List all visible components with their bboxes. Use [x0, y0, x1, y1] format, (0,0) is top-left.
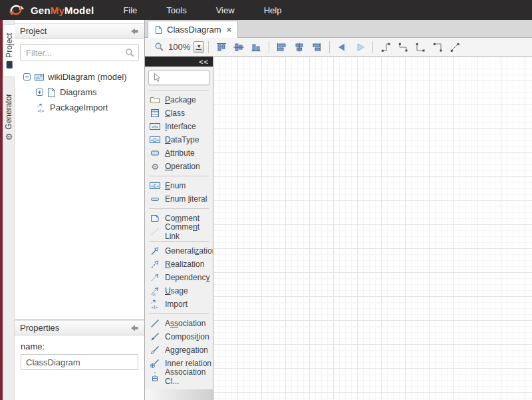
- palette-item-usage[interactable]: ‹u› Usage: [145, 284, 213, 298]
- menu-help[interactable]: Help: [249, 5, 297, 15]
- package-icon: [150, 95, 160, 105]
- collapse-toggle-icon[interactable]: [23, 73, 31, 81]
- project-panel-title: Project: [20, 26, 47, 36]
- project-panel-header: Project: [15, 23, 144, 39]
- attribute-icon: [150, 148, 160, 158]
- palette-item-realization[interactable]: Realization: [145, 258, 213, 271]
- tree-label: Diagrams: [60, 87, 97, 97]
- inner-relation-icon: [150, 358, 160, 369]
- palette-item-enum[interactable]: «E» Enum: [145, 179, 213, 192]
- association-class-icon: [150, 371, 160, 382]
- close-tab-icon[interactable]: ×: [227, 25, 232, 35]
- realization-icon: [150, 259, 160, 270]
- palette-item-attribute[interactable]: Attribute: [145, 146, 213, 160]
- connector-step-down-button[interactable]: [394, 40, 412, 55]
- palette-separator: [149, 313, 209, 314]
- palette-item-interface[interactable]: «I» Interface: [145, 120, 213, 133]
- palette-separator: [149, 176, 209, 176]
- palette-item-composition[interactable]: Composition: [145, 330, 213, 343]
- enum-literal-icon: [150, 194, 160, 204]
- align-bottom-button[interactable]: [247, 40, 265, 55]
- palette-item-operation[interactable]: ⚙ Operation: [145, 160, 213, 173]
- menu-tools[interactable]: Tools: [152, 5, 201, 15]
- palette-separator: [149, 241, 209, 242]
- logo-text: GenMyModel: [31, 5, 94, 16]
- zoom-magnifier-icon: [153, 40, 165, 55]
- flip-left-button[interactable]: [334, 40, 351, 55]
- properties-panel: Properties name:: [15, 319, 144, 400]
- palette-item-dependency[interactable]: Dependency: [145, 271, 213, 284]
- palette-item-enum-literal[interactable]: Enum literal: [145, 192, 213, 206]
- genmymodel-logo[interactable]: GenMyModel: [0, 3, 100, 17]
- flip-right-button[interactable]: [351, 40, 368, 55]
- align-right-button[interactable]: [308, 40, 325, 55]
- cursor-arrow-icon: [152, 73, 161, 83]
- align-left-button[interactable]: [273, 40, 291, 55]
- zoom-level-value: 100%: [168, 42, 190, 52]
- filter-input[interactable]: [20, 44, 139, 61]
- properties-panel-header: Properties: [15, 320, 144, 335]
- interface-icon: «I»: [150, 121, 160, 132]
- name-field-input[interactable]: [21, 354, 138, 370]
- palette-item-association[interactable]: Association: [145, 317, 213, 330]
- side-tab-project[interactable]: Project: [3, 24, 15, 77]
- left-panel: Project wikiDiag: [15, 20, 145, 400]
- name-field-label: name:: [21, 341, 138, 351]
- tab-classdiagram[interactable]: ClassDiagram ×: [148, 21, 238, 38]
- tree-row-diagrams[interactable]: Diagrams: [36, 85, 144, 100]
- connector-corner-down-button[interactable]: [429, 40, 446, 55]
- menu-view[interactable]: View: [201, 5, 249, 15]
- palette-header: <<: [145, 57, 213, 67]
- composition-icon: [150, 331, 160, 342]
- package-import-icon: «I»: [36, 102, 47, 113]
- svg-text:«I»: «I»: [37, 108, 45, 113]
- menu-file[interactable]: File: [108, 5, 152, 15]
- comment-icon: [150, 213, 160, 224]
- tree-row-package-import[interactable]: «I» PackageImport: [36, 100, 144, 115]
- diagram-canvas[interactable]: [213, 57, 532, 400]
- align-middle-button[interactable]: [230, 40, 247, 55]
- palette-item-import[interactable]: «I» Import: [145, 298, 213, 311]
- palette-item-datatype[interactable]: «D» DataType: [145, 133, 213, 146]
- editor-tab-bar: ClassDiagram ×: [145, 20, 532, 38]
- palette-collapse-button[interactable]: <<: [199, 58, 209, 66]
- connector-straight-button[interactable]: [446, 40, 464, 55]
- cloud-arrows-logo-icon: [6, 3, 26, 17]
- palette-bottom-fade: [145, 389, 213, 400]
- collapse-panel-arrow-icon[interactable]: [130, 323, 139, 333]
- palette-item-comment-link[interactable]: Comment Link: [145, 225, 213, 238]
- palette-separator: [149, 90, 209, 91]
- palette-item-package[interactable]: Package: [145, 93, 213, 106]
- zoom-dropdown-button[interactable]: ▼: [194, 41, 204, 53]
- diagram-file-icon: [47, 87, 57, 98]
- connector-step-up-button[interactable]: [377, 40, 394, 55]
- svg-text:‹u›: ‹u›: [151, 292, 157, 296]
- import-icon: «I»: [150, 299, 160, 309]
- datatype-icon: «D»: [150, 134, 160, 145]
- comment-link-icon: [150, 226, 160, 237]
- svg-text:«I»: «I»: [152, 124, 159, 130]
- model-icon: [34, 72, 45, 83]
- collapse-panel-arrow-icon[interactable]: [130, 27, 139, 36]
- aggregation-icon: [150, 345, 160, 355]
- expand-toggle-icon[interactable]: [36, 89, 43, 96]
- svg-text:«E»: «E»: [151, 184, 160, 189]
- dependency-icon: [150, 272, 160, 283]
- operation-gear-icon: ⚙: [150, 161, 160, 172]
- menu-bar: File Tools View Help: [108, 5, 296, 15]
- connector-corner-button[interactable]: [412, 40, 429, 55]
- usage-icon: ‹u›: [150, 286, 160, 296]
- properties-panel-title: Properties: [20, 323, 59, 333]
- align-top-button[interactable]: [213, 40, 230, 55]
- palette-item-association-class[interactable]: Association Cl...: [145, 370, 213, 383]
- palette-item-generalization[interactable]: Generalization: [145, 244, 213, 258]
- editor-toolbar: 100% ▼: [145, 38, 532, 57]
- selection-tool-button[interactable]: [148, 70, 209, 85]
- enum-icon: «E»: [150, 180, 160, 191]
- side-tab-generator[interactable]: ⚙ Generator: [3, 87, 15, 148]
- palette-item-aggregation[interactable]: Aggregation: [145, 343, 213, 357]
- align-center-button[interactable]: [291, 40, 308, 55]
- palette-item-class[interactable]: Class: [145, 106, 213, 120]
- association-icon: [150, 318, 160, 329]
- tree-row-model[interactable]: wikiDiagram (model): [23, 69, 144, 85]
